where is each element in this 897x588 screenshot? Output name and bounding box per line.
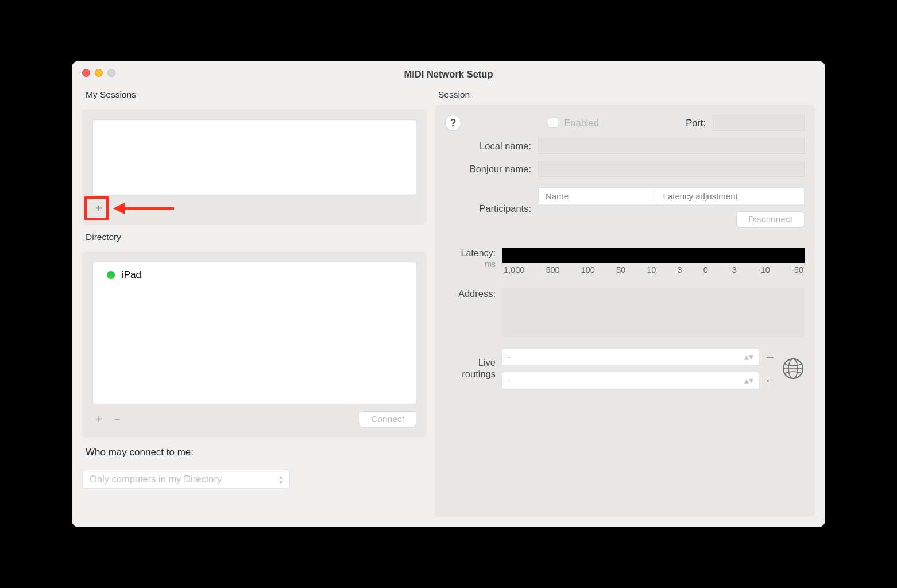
routing-in-select[interactable]: - ▴▾	[501, 372, 760, 389]
bonjour-field[interactable]	[538, 161, 805, 177]
latency-graph: 1,000 500 100 50 10 3 0 -3 -10 -50	[502, 248, 805, 274]
participants-header: Name Latency adjustment	[539, 188, 804, 205]
bonjour-row: Bonjour name:	[445, 161, 805, 177]
zoom-icon	[107, 69, 115, 77]
routings-label: Live routings	[445, 357, 496, 380]
right-column: Session ? Enabled Port: Local name:	[435, 87, 815, 517]
routings-row: Live routings - ▴▾ →	[445, 348, 805, 389]
add-directory-button[interactable]: +	[92, 413, 105, 425]
help-button[interactable]: ?	[445, 115, 461, 131]
arrow-left-icon: ←	[764, 374, 776, 387]
tick: -50	[791, 265, 803, 274]
who-may-connect-label: Who may connect to me:	[82, 442, 427, 465]
traffic-lights	[82, 69, 115, 77]
local-name-label: Local name:	[445, 141, 531, 152]
port-field[interactable]	[713, 115, 805, 131]
chevron-updown-icon: ▴▾	[279, 475, 283, 484]
window-title: MIDI Network Setup	[72, 69, 825, 80]
disconnect-button[interactable]: Disconnect	[736, 211, 805, 227]
window: MIDI Network Setup My Sessions + − Direc…	[72, 61, 825, 527]
directory-header: Directory	[82, 230, 427, 247]
enabled-checkbox[interactable]	[548, 118, 558, 128]
globe-icon	[782, 357, 805, 380]
annotation-box	[84, 196, 109, 220]
left-column: My Sessions + − Directory	[82, 87, 427, 517]
tick: 10	[647, 265, 656, 274]
tick: -3	[729, 265, 737, 274]
top-row: ? Enabled Port:	[445, 115, 805, 131]
local-name-row: Local name:	[445, 138, 805, 154]
disconnect-row: Disconnect	[538, 206, 805, 227]
enabled-label: Enabled	[564, 118, 599, 129]
participants-label: Participants:	[445, 187, 531, 214]
address-label: Address:	[445, 288, 496, 338]
session-header: Session	[435, 87, 815, 105]
routing-in-row: - ▴▾ ←	[501, 372, 776, 389]
who-may-connect-select[interactable]: Only computers in my Directory ▴▾	[82, 470, 290, 489]
directory-list[interactable]: iPad	[92, 262, 416, 404]
directory-item[interactable]: iPad	[93, 267, 416, 283]
arrow-right-icon: →	[764, 350, 776, 363]
port-label: Port:	[686, 118, 706, 129]
tick: 500	[546, 265, 559, 274]
tick: 0	[703, 265, 708, 274]
directory-item-label: iPad	[122, 269, 141, 281]
tick: 3	[678, 265, 682, 274]
col-latency: Latency adjustment	[656, 188, 804, 204]
address-box	[502, 288, 805, 338]
latency-row: Latency: ms 1,000 500 100 50 10 3 0	[445, 248, 805, 274]
latency-label: Latency:	[445, 248, 496, 258]
chevron-updown-icon: ▴▾	[744, 351, 753, 362]
bonjour-label: Bonjour name:	[445, 164, 531, 175]
close-icon[interactable]	[82, 69, 90, 77]
connect-button[interactable]: Connect	[359, 411, 416, 427]
sessions-header: My Sessions	[82, 87, 427, 105]
latency-ticks: 1,000 500 100 50 10 3 0 -3 -10 -50	[502, 265, 805, 274]
sessions-panel: + −	[82, 109, 427, 225]
annotation-arrow-icon	[112, 200, 175, 217]
col-name: Name	[539, 188, 656, 204]
tick: 50	[616, 265, 625, 274]
tick: 1,000	[504, 265, 524, 274]
latency-bar[interactable]	[502, 248, 805, 263]
participants-row: Participants: Name Latency adjustment Di…	[445, 187, 805, 227]
routing-out-select[interactable]: - ▴▾	[501, 348, 760, 366]
routing-out-row: - ▴▾ →	[501, 348, 776, 366]
who-may-connect-value: Only computers in my Directory	[90, 474, 222, 485]
content: My Sessions + − Directory	[72, 87, 825, 527]
chevron-updown-icon: ▴▾	[744, 375, 753, 386]
remove-directory-button[interactable]: −	[111, 413, 123, 425]
tick: 100	[581, 265, 595, 274]
routings-column: - ▴▾ → - ▴▾ ←	[501, 348, 776, 389]
latency-labels: Latency: ms	[445, 248, 496, 269]
address-row: Address:	[445, 288, 805, 338]
participants-table[interactable]: Name Latency adjustment	[538, 187, 805, 206]
sessions-list[interactable]	[92, 119, 416, 195]
svg-marker-1	[113, 203, 125, 214]
local-name-field[interactable]	[538, 138, 805, 154]
titlebar: MIDI Network Setup	[72, 61, 825, 87]
latency-unit: ms	[445, 260, 496, 269]
directory-panel: iPad + − Connect	[82, 252, 427, 438]
directory-toolbar: + − Connect	[92, 404, 416, 427]
session-panel: ? Enabled Port: Local name: Bonjour name…	[435, 105, 815, 517]
minimize-icon[interactable]	[95, 69, 103, 77]
tick: -10	[758, 265, 770, 274]
online-indicator-icon	[107, 271, 115, 279]
